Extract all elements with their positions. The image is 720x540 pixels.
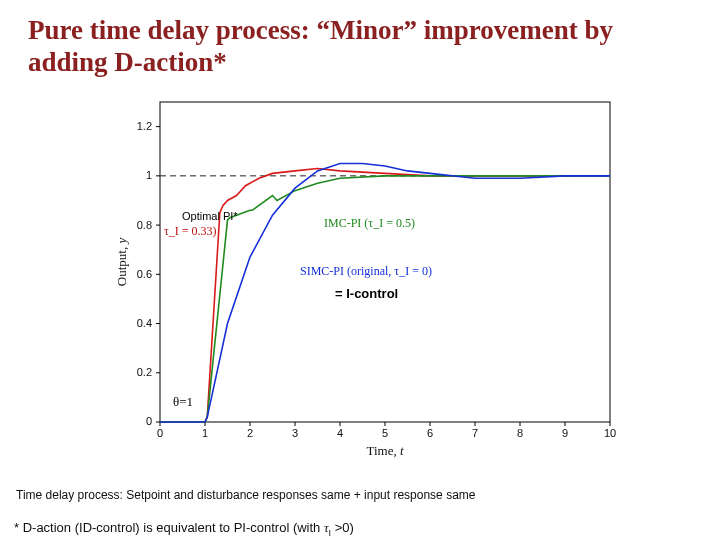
footnote-2: * D-action (ID-control) is equivalent to… bbox=[14, 520, 354, 538]
annot-eq-icontrol: = I-control bbox=[335, 286, 398, 301]
annot-optimal-pi: Optimal PI* bbox=[182, 210, 238, 222]
chart-container: 0 1 2 3 4 5 6 7 8 9 10 0 0.2 0.4 0.6 0.8… bbox=[110, 92, 620, 462]
svg-text:4: 4 bbox=[337, 427, 343, 439]
annot-theta: θ=1 bbox=[173, 394, 193, 410]
footnote-2-post: >0) bbox=[331, 520, 354, 535]
annot-imc-pi: IMC-PI (τ_I = 0.5) bbox=[324, 216, 415, 231]
svg-text:2: 2 bbox=[247, 427, 253, 439]
y-ticks: 0 0.2 0.4 0.6 0.8 1 1.2 bbox=[137, 120, 160, 427]
svg-text:1.2: 1.2 bbox=[137, 120, 152, 132]
svg-text:0: 0 bbox=[157, 427, 163, 439]
svg-text:0.4: 0.4 bbox=[137, 317, 152, 329]
page-title: Pure time delay process: “Minor” improve… bbox=[0, 0, 720, 83]
footnote-2-pre: * D-action (ID-control) is equivalent to… bbox=[14, 520, 324, 535]
svg-text:9: 9 bbox=[562, 427, 568, 439]
y-axis-label: Output, y bbox=[114, 238, 129, 287]
annot-tau-red: τ_I = 0.33) bbox=[164, 224, 217, 239]
svg-text:7: 7 bbox=[472, 427, 478, 439]
svg-text:0.6: 0.6 bbox=[137, 268, 152, 280]
svg-text:3: 3 bbox=[292, 427, 298, 439]
plot-box bbox=[160, 102, 610, 422]
x-ticks: 0 1 2 3 4 5 6 7 8 9 10 bbox=[157, 422, 616, 439]
annot-simc-pi: SIMC-PI (original, τ_I = 0) bbox=[300, 264, 432, 279]
svg-text:0.8: 0.8 bbox=[137, 219, 152, 231]
svg-text:1: 1 bbox=[202, 427, 208, 439]
svg-text:6: 6 bbox=[427, 427, 433, 439]
svg-text:1: 1 bbox=[146, 169, 152, 181]
svg-text:0: 0 bbox=[146, 415, 152, 427]
svg-text:5: 5 bbox=[382, 427, 388, 439]
svg-text:0.2: 0.2 bbox=[137, 366, 152, 378]
svg-text:8: 8 bbox=[517, 427, 523, 439]
svg-text:10: 10 bbox=[604, 427, 616, 439]
footnote-1: Time delay process: Setpoint and disturb… bbox=[16, 488, 475, 502]
x-axis-label: Time, t bbox=[366, 443, 403, 458]
